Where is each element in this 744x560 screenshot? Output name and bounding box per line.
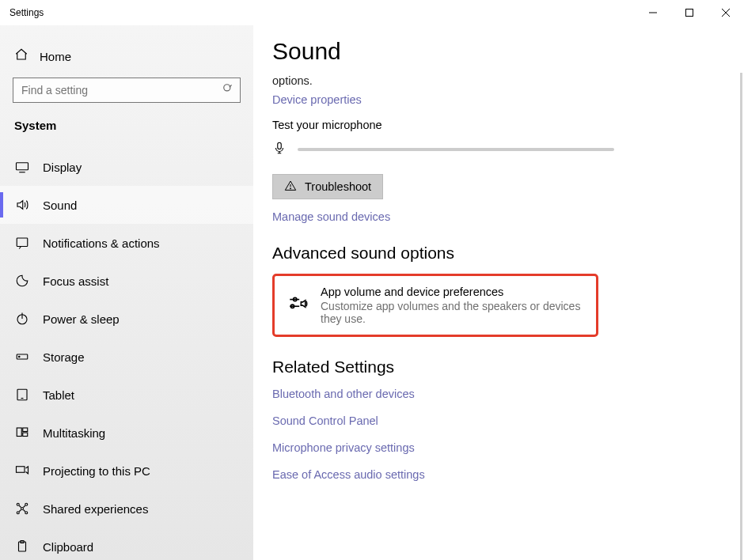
sidebar-item-label: Multitasking: [43, 426, 105, 440]
sidebar-item-display[interactable]: Display: [0, 148, 253, 186]
sound-icon: [14, 198, 30, 212]
sidebar-item-shared-experiences[interactable]: Shared experiences: [0, 490, 253, 528]
sidebar-item-label: Clipboard: [43, 540, 93, 554]
display-icon: [14, 160, 30, 174]
svg-point-20: [25, 503, 28, 505]
sidebar-item-label: Display: [43, 161, 82, 174]
options-trailing-text: options.: [272, 74, 728, 87]
svg-point-23: [21, 508, 24, 510]
search-icon: [222, 83, 233, 97]
svg-rect-8: [17, 238, 28, 247]
tablet-icon: [14, 388, 30, 402]
svg-point-12: [19, 356, 21, 358]
related-link-microphone-privacy[interactable]: Microphone privacy settings: [272, 441, 728, 454]
sidebar-item-clipboard[interactable]: Clipboard: [0, 528, 253, 560]
sidebar-item-label: Storage: [43, 350, 85, 364]
svg-rect-18: [17, 467, 25, 473]
maximize-button[interactable]: [671, 0, 708, 25]
close-button[interactable]: [708, 0, 744, 25]
minimize-button[interactable]: [635, 0, 671, 25]
home-icon: [14, 47, 28, 65]
sidebar-item-multitasking[interactable]: Multitasking: [0, 414, 253, 452]
sidebar-section-title: System: [0, 103, 253, 138]
window-title: Settings: [0, 7, 44, 18]
sidebar-item-storage[interactable]: Storage: [0, 338, 253, 376]
scrollbar[interactable]: [740, 73, 742, 560]
advanced-sound-options-heading: Advanced sound options: [272, 244, 728, 263]
manage-sound-devices-link[interactable]: Manage sound devices: [272, 210, 728, 223]
svg-rect-6: [17, 163, 28, 170]
sidebar-item-label: Projecting to this PC: [43, 464, 150, 478]
svg-point-21: [17, 512, 19, 514]
search-input[interactable]: [13, 84, 240, 96]
sidebar-item-tablet[interactable]: Tablet: [0, 376, 253, 414]
sidebar-item-label: Sound: [43, 199, 77, 212]
notifications-icon: [14, 236, 30, 250]
warning-icon: [284, 180, 297, 195]
app-volume-preferences-card[interactable]: App volume and device preferences Custom…: [272, 274, 598, 337]
svg-rect-1: [686, 9, 693, 17]
power-icon: [14, 312, 30, 326]
storage-icon: [14, 350, 30, 364]
sidebar-item-focus-assist[interactable]: Focus assist: [0, 262, 253, 300]
multitasking-icon: [14, 426, 30, 440]
related-link-sound-control-panel[interactable]: Sound Control Panel: [272, 414, 728, 427]
troubleshoot-label: Troubleshoot: [305, 180, 371, 193]
sidebar-item-label: Tablet: [43, 388, 74, 402]
sidebar-item-sound[interactable]: Sound: [0, 186, 253, 224]
sidebar-item-notifications[interactable]: Notifications & actions: [0, 224, 253, 262]
svg-rect-15: [17, 428, 21, 437]
content-pane: Sound options. Device properties Test yo…: [253, 25, 744, 560]
svg-rect-26: [278, 142, 282, 149]
sidebar-nav: Display Sound Notifications & actions Fo…: [0, 138, 253, 560]
sidebar: Home System Display Sound: [0, 25, 253, 560]
search-box[interactable]: [13, 78, 241, 103]
svg-point-28: [290, 187, 290, 188]
troubleshoot-button[interactable]: Troubleshoot: [272, 174, 383, 199]
related-link-ease-of-access[interactable]: Ease of Access audio settings: [272, 468, 728, 481]
sidebar-item-power-sleep[interactable]: Power & sleep: [0, 300, 253, 338]
svg-rect-17: [23, 433, 28, 437]
related-link-bluetooth[interactable]: Bluetooth and other devices: [272, 388, 728, 400]
clipboard-icon: [14, 539, 30, 554]
sliders-icon: [287, 293, 308, 317]
shared-experiences-icon: [14, 501, 30, 516]
microphone-icon: [272, 139, 287, 160]
svg-point-22: [25, 512, 28, 514]
focus-assist-icon: [14, 274, 30, 288]
sidebar-item-label: Notifications & actions: [43, 236, 160, 250]
projecting-icon: [14, 464, 30, 478]
microphone-level-bar: [298, 148, 614, 151]
test-microphone-label: Test your microphone: [272, 119, 728, 131]
page-title: Sound: [272, 38, 728, 65]
related-settings-heading: Related Settings: [272, 358, 728, 376]
card-subtitle: Customize app volumes and the speakers o…: [321, 300, 583, 325]
titlebar: Settings: [0, 0, 744, 25]
card-title: App volume and device preferences: [321, 286, 583, 298]
sidebar-item-label: Shared experiences: [43, 502, 148, 516]
svg-rect-16: [23, 428, 28, 432]
device-properties-link[interactable]: Device properties: [272, 93, 728, 106]
sidebar-item-projecting[interactable]: Projecting to this PC: [0, 452, 253, 490]
svg-point-19: [17, 503, 19, 505]
home-button[interactable]: Home: [0, 43, 253, 70]
svg-point-4: [224, 85, 230, 91]
sidebar-item-label: Focus assist: [43, 274, 108, 288]
sidebar-item-label: Power & sleep: [43, 312, 120, 326]
home-label: Home: [40, 50, 71, 63]
